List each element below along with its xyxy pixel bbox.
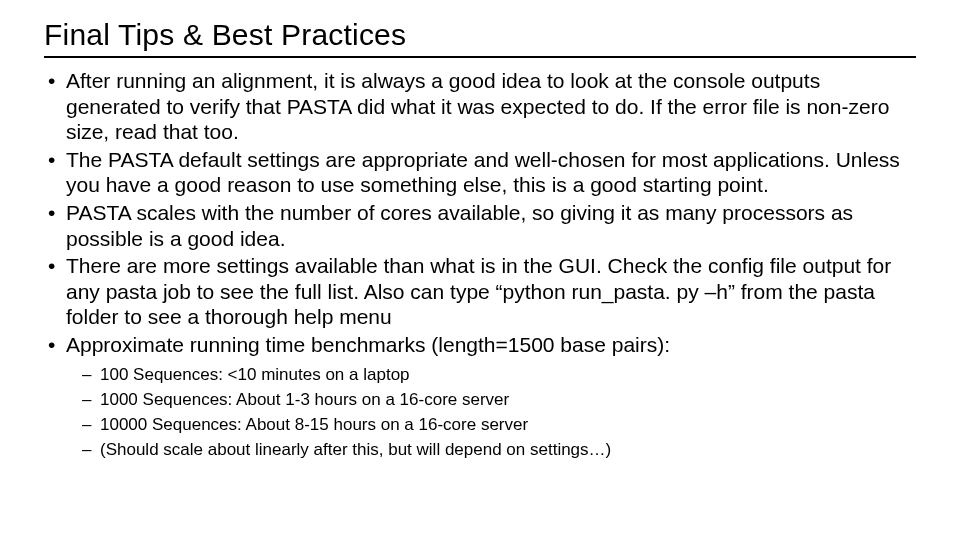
bullet-list: After running an alignment, it is always… <box>44 68 916 358</box>
sub-bullet-item: 10000 Sequences: About 8-15 hours on a 1… <box>82 414 916 437</box>
bullet-item: There are more settings available than w… <box>44 253 916 330</box>
bullet-item: PASTA scales with the number of cores av… <box>44 200 916 251</box>
sub-bullet-item: 1000 Sequences: About 1-3 hours on a 16-… <box>82 389 916 412</box>
slide: Final Tips & Best Practices After runnin… <box>0 0 960 540</box>
sub-bullet-item: 100 Sequences: <10 minutes on a laptop <box>82 364 916 387</box>
slide-title: Final Tips & Best Practices <box>44 18 916 58</box>
bullet-item: Approximate running time benchmarks (len… <box>44 332 916 358</box>
sub-bullet-list: 100 Sequences: <10 minutes on a laptop 1… <box>44 364 916 462</box>
bullet-item: The PASTA default settings are appropria… <box>44 147 916 198</box>
bullet-item: After running an alignment, it is always… <box>44 68 916 145</box>
sub-bullet-item: (Should scale about linearly after this,… <box>82 439 916 462</box>
